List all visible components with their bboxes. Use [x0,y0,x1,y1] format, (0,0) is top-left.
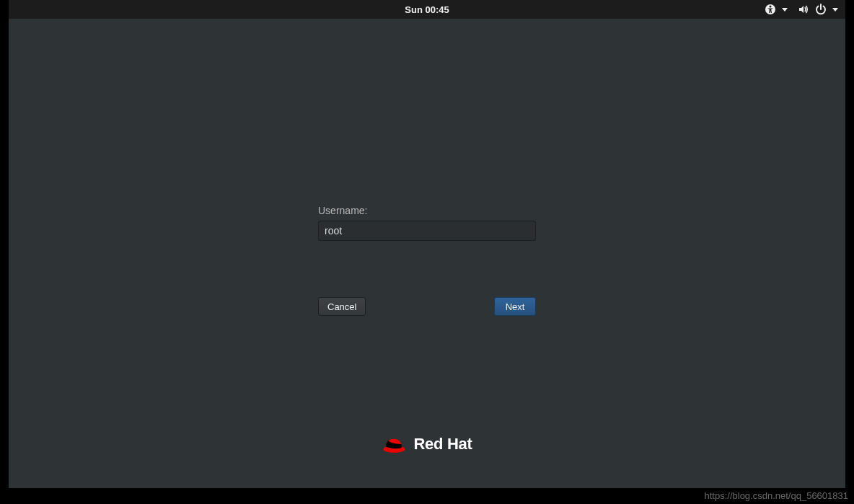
cancel-button[interactable]: Cancel [318,297,366,316]
username-input[interactable] [318,221,536,241]
svg-point-1 [770,6,772,8]
status-area [765,4,838,15]
clock[interactable]: Sun 00:45 [405,4,449,15]
next-button[interactable]: Next [494,297,536,316]
button-row: Cancel Next [318,297,536,316]
system-menu[interactable] [798,4,838,15]
accessibility-icon [765,4,776,15]
top-bar: Sun 00:45 [9,0,845,19]
watermark-text: https://blog.csdn.net/qq_56601831 [705,490,849,501]
caret-down-icon [832,8,838,12]
volume-icon [798,4,809,15]
redhat-icon [382,435,406,454]
caret-down-icon [782,8,788,12]
accessibility-menu[interactable] [765,4,788,15]
brand-name: Red Hat [413,435,472,454]
login-form: Username: Cancel Next [318,205,536,316]
desktop-background: Sun 00:45 [9,0,845,488]
username-label: Username: [318,205,536,216]
power-icon [815,4,827,15]
brand-logo: Red Hat [382,435,472,454]
